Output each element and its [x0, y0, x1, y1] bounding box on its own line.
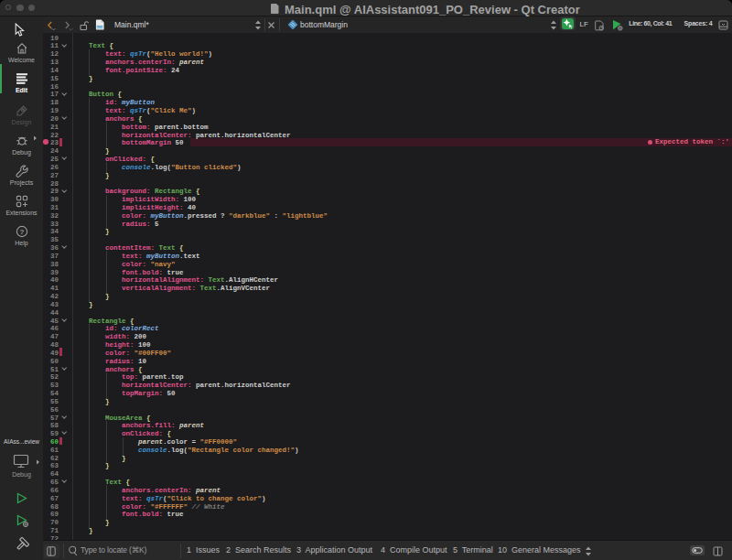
svg-text:?: ?: [20, 228, 25, 236]
